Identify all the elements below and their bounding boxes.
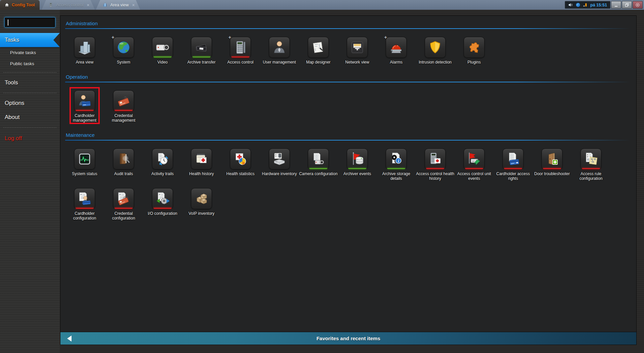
tile-grid: Cardholder managementCredential manageme…	[65, 82, 630, 129]
task-label: Audit trails	[103, 171, 144, 176]
task-archive-storage-details[interactable]: iArchive storage details	[385, 149, 407, 181]
task-area-view[interactable]: Area view	[74, 37, 95, 65]
task-health-history[interactable]: Health history	[191, 149, 212, 181]
task-i-o-configuration[interactable]: I/O configuration	[152, 188, 173, 221]
task-archive-transfer[interactable]: Archive transfer	[191, 37, 212, 65]
section-title: Maintenance	[66, 132, 630, 138]
task-activity-trails[interactable]: Activity trails	[152, 149, 173, 181]
task-label: Credential configuration	[103, 211, 144, 221]
access-control-icon	[230, 40, 250, 55]
task-access-control-unit-events[interactable]: Access control unit events	[463, 149, 485, 181]
task-audit-trails[interactable]: Audit trails	[113, 149, 134, 181]
restore-button[interactable]	[622, 1, 632, 9]
home-icon	[4, 2, 9, 7]
sidebar-item-tasks[interactable]: Tasks	[0, 33, 60, 47]
task-tile	[230, 37, 251, 58]
task-camera-configuration[interactable]: Camera configuration	[308, 149, 329, 181]
config-tool-label: Config Tool	[12, 3, 35, 7]
task-access-rule-configuration[interactable]: Access rule configuration	[580, 149, 602, 181]
door-troubleshooter-icon	[542, 151, 562, 167]
task-network-view[interactable]: Network view	[347, 37, 368, 65]
task-label: System status	[64, 171, 105, 176]
task-tile	[152, 149, 173, 169]
task-label: Cardholder management	[64, 113, 105, 123]
task-label: Area view	[64, 60, 105, 65]
intrusion-detection-icon	[425, 40, 445, 55]
task-system-status[interactable]: System status	[74, 149, 95, 181]
task-tile	[113, 37, 134, 58]
close-button[interactable]	[633, 1, 643, 9]
task-intrusion-detection[interactable]: Intrusion detection	[424, 37, 446, 65]
task-credential-management[interactable]: Credential management	[113, 90, 134, 123]
task-cardholder-access-rights[interactable]: Cardholder access rights	[502, 149, 524, 181]
task-label: Network view	[337, 60, 377, 65]
sidebar-item-private-tasks[interactable]: Private tasks	[0, 47, 60, 58]
alarms-icon	[386, 40, 406, 55]
collapse-left-arrow-icon[interactable]	[67, 336, 72, 342]
task-label: Camera configuration	[298, 171, 338, 176]
section-maintenance: MaintenanceSystem statusAudit trailsActi…	[65, 132, 630, 227]
config-tool-tab[interactable]: Config Tool	[0, 0, 40, 10]
hardware-inventory-icon	[269, 151, 289, 167]
win-close-icon	[635, 3, 640, 7]
task-access-control-health-history[interactable]: Access control health history	[424, 149, 446, 181]
close-tab-icon[interactable]: ×	[131, 3, 135, 7]
sidebar-item-log-off[interactable]: Log off	[0, 131, 60, 146]
keyboard-layout-icon[interactable]	[583, 2, 588, 7]
close-tab-icon[interactable]: ×	[86, 3, 90, 7]
task-alarms[interactable]: Alarms	[385, 37, 407, 65]
globe-icon[interactable]	[576, 2, 581, 7]
task-system[interactable]: System	[113, 37, 134, 65]
tile-grid: Area viewSystemVideoArchive transferAcce…	[65, 29, 630, 71]
task-label: Archive storage details	[376, 171, 416, 181]
task-user-management[interactable]: User management	[269, 37, 290, 65]
sidebar-item-options[interactable]: Options	[0, 96, 60, 110]
task-health-statistics[interactable]: Health statistics	[230, 149, 251, 181]
window-controls	[611, 1, 643, 9]
tab-label: Area view	[110, 3, 129, 7]
task-video[interactable]: Video	[152, 37, 173, 65]
speaker-icon[interactable]	[568, 2, 573, 7]
task-hardware-inventory[interactable]: Hardware inventory	[269, 149, 290, 181]
task-access-control[interactable]: Access control	[230, 37, 251, 65]
section-operation: OperationCardholder managementCredential…	[65, 74, 630, 129]
task-door-troubleshooter[interactable]: Door troubleshooter	[541, 149, 563, 181]
sidebar-item-tools[interactable]: Tools	[0, 76, 60, 90]
section-administration: AdministrationArea viewSystemVideoArchiv…	[65, 21, 630, 71]
task-label: Cardholder configuration	[64, 211, 105, 221]
minimize-button[interactable]	[611, 1, 621, 9]
task-tile	[191, 188, 212, 209]
task-tile	[152, 188, 173, 209]
access-rule-configuration-icon	[581, 151, 601, 167]
camera-configuration-icon	[308, 151, 328, 167]
tab-access-control[interactable]: Access control×	[42, 0, 95, 10]
section-title: Administration	[66, 21, 630, 26]
credential-management-icon	[113, 93, 134, 109]
search-input[interactable]	[5, 17, 55, 27]
task-voip-inventory[interactable]: VoIP inventory	[191, 188, 212, 221]
health-statistics-icon	[230, 151, 250, 167]
audit-trails-icon	[113, 151, 134, 167]
task-cardholder-management[interactable]: Cardholder management	[74, 90, 95, 123]
favorites-bar[interactable]: Favorites and recent items	[60, 332, 636, 345]
task-cardholder-configuration[interactable]: Cardholder configuration	[74, 188, 95, 221]
sidebar-item-public-tasks[interactable]: Public tasks	[0, 58, 60, 69]
system-status-icon	[75, 151, 95, 167]
task-plugins[interactable]: Plugins	[463, 37, 485, 65]
task-label: Hardware inventory	[259, 171, 300, 176]
sidebar-item-about[interactable]: About	[0, 110, 60, 124]
task-label: Access control health history	[415, 171, 455, 181]
tab-area-view[interactable]: Area view×	[96, 0, 140, 10]
task-label: Activity trails	[142, 171, 183, 176]
task-archiver-events[interactable]: Archiver events	[347, 149, 368, 181]
titlebar: Config Tool Access control×Area view× pá…	[0, 0, 644, 10]
task-credential-configuration[interactable]: Credential configuration	[113, 188, 134, 221]
plugins-icon	[464, 40, 484, 55]
task-map-designer[interactable]: Map designer	[308, 37, 329, 65]
tile-grid: System statusAudit trailsActivity trails…	[65, 141, 630, 227]
clock: pá 15:51	[590, 3, 607, 7]
task-tile	[74, 90, 95, 111]
task-tile	[113, 188, 134, 209]
map-designer-icon	[308, 40, 328, 55]
network-view-icon	[347, 40, 367, 55]
